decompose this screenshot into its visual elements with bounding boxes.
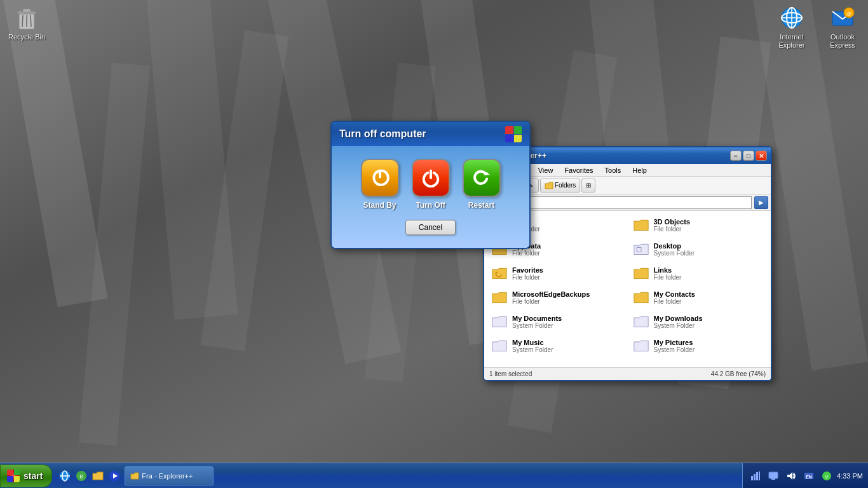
outlook-express-icon[interactable]: @ Outlook Express — [817, 3, 868, 52]
svg-text:EN: EN — [806, 475, 812, 479]
outlook-label: Outlook Express — [830, 33, 855, 50]
folder-icon — [491, 264, 508, 282]
folder-icon — [632, 288, 650, 306]
taskbar-quick-launch: e — [55, 468, 125, 484]
folders-button[interactable]: Folders — [540, 179, 580, 193]
close-button[interactable]: ✕ — [756, 151, 767, 161]
tray-virus-icon[interactable]: V — [819, 468, 834, 484]
system-folder-icon — [491, 337, 508, 355]
file-name: My Pictures — [654, 339, 695, 346]
folder-icon — [491, 288, 508, 306]
list-item[interactable]: Desktop System Folder — [628, 238, 769, 261]
ie-label: InternetExplorer — [779, 33, 805, 50]
file-name: Links — [654, 266, 682, 274]
tray-it-icon[interactable] — [766, 468, 781, 484]
taskbar-media-icon[interactable] — [107, 468, 122, 484]
svg-line-16 — [22, 15, 23, 27]
restart-icon-btn — [463, 159, 501, 197]
svg-rect-44 — [754, 474, 756, 480]
restart-label: Restart — [468, 201, 494, 210]
system-folder-icon — [632, 313, 650, 330]
cancel-button[interactable]: Cancel — [405, 220, 456, 235]
file-name: My Contacts — [654, 290, 695, 298]
file-type: File folder — [512, 298, 590, 305]
maximize-button[interactable]: □ — [743, 151, 754, 161]
start-label: start — [24, 471, 43, 481]
file-name: Favorites — [512, 266, 543, 274]
file-name: 3D Objects — [654, 218, 690, 226]
turnoff-label: Turn Off — [416, 201, 445, 210]
svg-rect-48 — [771, 478, 775, 480]
standby-button[interactable]: Stand By — [361, 159, 399, 210]
status-free-space: 44.2 GB free (74%) — [711, 370, 766, 377]
tray-volume-icon[interactable] — [783, 468, 799, 484]
file-name: Desktop — [654, 242, 695, 250]
folders-label: Folders — [555, 182, 576, 189]
list-item[interactable]: MicrosoftEdgeBackups File folder — [487, 286, 627, 309]
taskbar-folder-icon[interactable] — [90, 468, 105, 484]
ie-image — [779, 5, 804, 30]
file-type: File folder — [654, 298, 695, 305]
power-buttons-row: Stand By Turn Off — [361, 159, 501, 210]
system-folder-icon — [491, 313, 508, 330]
file-name: My Music — [512, 339, 553, 346]
minimize-button[interactable]: − — [730, 151, 742, 161]
file-name: MicrosoftEdgeBackups — [512, 290, 590, 298]
file-type: System Folder — [512, 346, 553, 353]
file-type: System Folder — [654, 322, 703, 329]
standby-label: Stand By — [363, 201, 396, 210]
list-item[interactable]: My Pictures System Folder — [628, 334, 769, 357]
recycle-bin-label: Recycle Bin — [8, 33, 45, 41]
svg-line-18 — [31, 15, 31, 27]
system-folder-icon — [632, 337, 650, 355]
turnoff-icon-btn — [412, 159, 450, 197]
system-folder-icon — [632, 240, 650, 258]
turnoff-button[interactable]: Turn Off — [412, 159, 450, 210]
restart-button[interactable]: Restart — [463, 159, 501, 210]
menu-help[interactable]: Help — [627, 165, 652, 175]
internet-explorer-icon[interactable]: InternetExplorer — [766, 3, 817, 52]
file-name: My Documents — [512, 315, 562, 322]
dialog-title: Turn off computer — [339, 128, 426, 140]
explorer-window-label: Fra - Explorer++ — [142, 472, 193, 480]
svg-text:@: @ — [846, 11, 851, 17]
file-type: System Folder — [654, 250, 695, 257]
window-controls: − □ ✕ — [730, 151, 767, 161]
tray-clock-icons[interactable]: EN — [801, 468, 817, 484]
standby-icon-btn — [361, 159, 399, 197]
view-button[interactable]: ⊞ — [581, 179, 595, 193]
go-button[interactable]: ▶ — [754, 196, 768, 209]
menu-tools[interactable]: Tools — [600, 165, 627, 175]
list-item[interactable]: My Contacts File folder — [628, 286, 769, 309]
svg-text:e: e — [80, 473, 84, 480]
svg-rect-45 — [756, 472, 758, 480]
list-item[interactable]: Favorites File folder — [487, 262, 627, 285]
file-type: File folder — [654, 274, 682, 281]
file-type: File folder — [654, 226, 690, 233]
menu-favorites[interactable]: Favorites — [559, 165, 598, 175]
recycle-bin-icon[interactable]: Recycle Bin — [1, 3, 52, 44]
file-name: My Downloads — [654, 315, 703, 322]
svg-rect-46 — [759, 471, 760, 480]
start-button[interactable]: start — [0, 464, 52, 487]
list-item[interactable]: 3D Objects File folder — [628, 214, 769, 236]
xp-logo — [505, 126, 522, 142]
list-item[interactable]: Links File folder — [628, 262, 769, 285]
list-item[interactable]: My Documents System Folder — [487, 310, 627, 333]
taskbar-ie-icon[interactable] — [57, 468, 72, 484]
explorer-taskbar-button[interactable]: Fra - Explorer++ — [125, 466, 214, 485]
menu-view[interactable]: View — [533, 165, 559, 175]
list-item[interactable]: My Downloads System Folder — [628, 310, 769, 333]
file-type: File folder — [512, 250, 541, 257]
file-type: File folder — [512, 274, 543, 281]
svg-rect-43 — [751, 476, 753, 480]
outlook-image: @ — [830, 5, 855, 30]
taskbar-browser-icon[interactable]: e — [74, 468, 89, 484]
explorer-statusbar: 1 item selected 44.2 GB free (74%) — [484, 367, 771, 380]
folder-icon — [632, 216, 650, 234]
turnoff-dialog: Turn off computer Stand By — [330, 121, 531, 249]
file-type: System Folder — [512, 322, 562, 329]
system-clock[interactable]: 4:33 PM — [837, 472, 863, 480]
tray-network-icon[interactable] — [748, 468, 763, 484]
list-item[interactable]: My Music System Folder — [487, 334, 627, 357]
